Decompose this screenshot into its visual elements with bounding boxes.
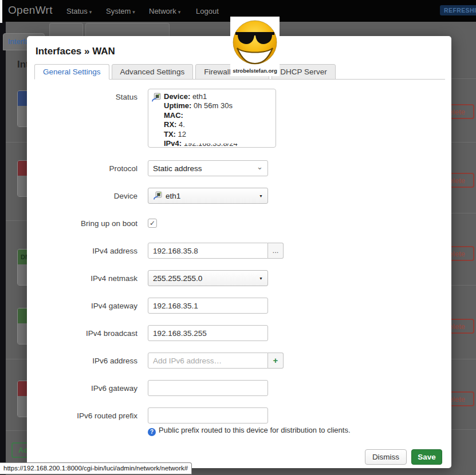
help-icon: ?: [148, 428, 156, 436]
ipv4-netmask-label: IPv4 netmask: [27, 274, 137, 283]
ipv6-routed-prefix-label: IPv6 routed prefix: [27, 411, 137, 420]
refreshing-indicator[interactable]: REFRESHING: [440, 5, 476, 15]
ipv6-address-add-button[interactable]: +: [268, 353, 284, 369]
save-button[interactable]: Save: [411, 449, 442, 465]
modal-title: Interfaces » WAN: [36, 46, 115, 57]
watermark-overlay: strobelstefan.org: [230, 17, 280, 76]
status-line: Device: eth1: [164, 92, 272, 101]
background-tab[interactable]: [85, 23, 170, 36]
dropdown-arrow-icon: ▼: [259, 194, 263, 198]
chevron-down-icon: ⌄: [257, 163, 263, 171]
chevron-down-icon: ▾: [178, 9, 181, 15]
status-box: Device: eth1 Uptime: 0h 56m 30s MAC: RX:…: [148, 89, 276, 148]
chevron-down-icon: ▾: [132, 9, 135, 15]
background-tab[interactable]: [49, 23, 83, 36]
ipv4-broadcast-label: IPv4 broadcast: [27, 329, 137, 338]
device-dropdown[interactable]: eth1 ▼: [148, 188, 268, 204]
browser-status-url: https://192.168.200.1:8000/cgi-bin/luci/…: [0, 462, 192, 474]
tab-general-settings[interactable]: General Settings: [34, 64, 109, 80]
status-line: MAC:: [164, 111, 272, 120]
device-label: Device: [27, 192, 137, 200]
menu-logout[interactable]: Logout: [196, 7, 219, 15]
status-label: Status: [27, 89, 137, 101]
window-left-edge: [0, 22, 6, 475]
menu-system[interactable]: System▾: [106, 7, 135, 15]
openwrt-logo: OpenWrt: [8, 4, 53, 17]
status-line: TX: 12: [164, 130, 272, 139]
dropdown-arrow-icon: ▼: [259, 276, 263, 280]
dismiss-button[interactable]: Dismiss: [365, 449, 407, 465]
ipv6-routed-prefix-input[interactable]: [148, 407, 268, 423]
ipv6-gateway-input[interactable]: [148, 380, 268, 396]
ethernet-icon: [151, 93, 161, 105]
protocol-select[interactable]: Static address ⌄: [148, 160, 268, 176]
ipv4-address-more-button[interactable]: ...: [268, 243, 284, 259]
ipv4-gateway-input[interactable]: [148, 298, 268, 314]
menu-network[interactable]: Network▾: [149, 7, 180, 15]
screen: Interfaces Interfaces DMZ Delete Delete …: [0, 0, 476, 475]
status-line: RX: 4.: [164, 120, 272, 129]
ipv4-netmask-dropdown[interactable]: 255.255.255.0 ▼: [148, 270, 268, 286]
ipv6-gateway-label: IPv6 gateway: [27, 384, 137, 393]
screen-corner: [0, 0, 2, 23]
interfaces-wan-modal: Interfaces » WAN General Settings Advanc…: [27, 36, 451, 468]
chevron-down-icon: ▾: [89, 9, 92, 15]
watermark-caption: strobelstefan.org: [230, 68, 280, 74]
tab-advanced-settings[interactable]: Advanced Settings: [112, 64, 194, 80]
ethernet-icon: [153, 191, 162, 200]
protocol-label: Protocol: [27, 164, 137, 173]
ipv4-gateway-label: IPv4 gateway: [27, 302, 137, 310]
tab-dhcp-server[interactable]: DHCP Server: [272, 64, 336, 80]
bring-up-on-boot-checkbox[interactable]: ✓: [148, 219, 157, 228]
status-line: Uptime: 0h 56m 30s: [164, 101, 272, 110]
ipv6-address-input[interactable]: [148, 353, 268, 369]
ipv4-address-label: IPv4 address: [27, 247, 137, 255]
ipv4-address-input[interactable]: [148, 243, 268, 259]
menu-status[interactable]: Status▾: [66, 7, 92, 15]
status-line: IPv4: 192.168.35.8/24: [164, 139, 272, 148]
help-text: ?Public prefix routed to this device for…: [148, 426, 446, 436]
ipv6-address-label: IPv6 address: [27, 357, 137, 365]
ipv4-broadcast-input[interactable]: [148, 325, 268, 341]
boot-label: Bring up on boot: [27, 219, 137, 228]
